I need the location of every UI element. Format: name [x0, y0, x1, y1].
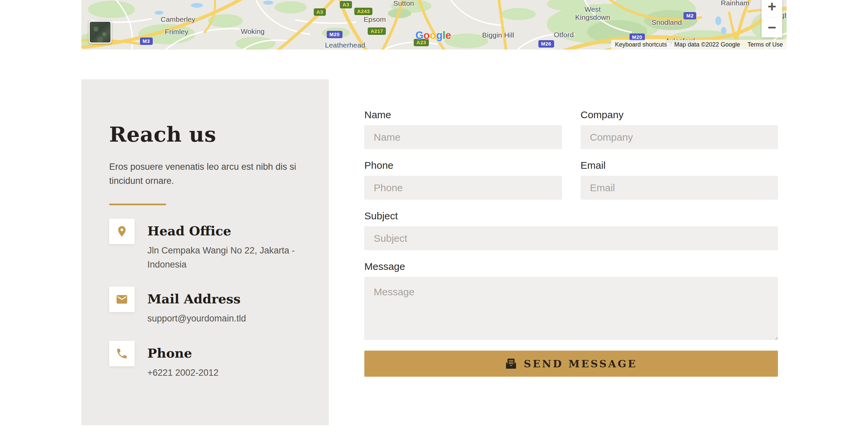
name-label: Name [364, 109, 562, 121]
page-container: Camberley Frimley Woking Sutton Epsom Le… [82, 0, 786, 425]
send-envelope-icon [505, 358, 517, 370]
map-town-label: Leatherhead [325, 41, 365, 49]
map-town-label: Rainham [721, 0, 749, 7]
keyboard-shortcuts-link[interactable]: Keyboard shortcuts [611, 40, 671, 50]
phone-field-group: Phone [364, 160, 562, 199]
google-logo-letter: l [442, 29, 445, 41]
contact-form: Name Company Phone Email Subject [364, 80, 786, 377]
map-data-attribution: Map data ©2022 Google [671, 40, 744, 50]
phone-input[interactable] [364, 176, 562, 199]
google-logo-letter: e [445, 29, 451, 41]
contact-item-phone: Phone +6221 2002-2012 [109, 341, 300, 380]
message-label: Message [364, 261, 778, 272]
contact-item-text: support@yourdomain.tld [147, 312, 300, 326]
map-town-label: West Kingsdown [569, 5, 616, 22]
zoom-out-button[interactable]: − [762, 18, 782, 38]
road-badge: M3 [140, 37, 153, 45]
google-logo-letter: G [415, 29, 423, 41]
company-label: Company [581, 109, 778, 121]
zoom-in-button[interactable]: + [762, 0, 782, 17]
contact-section: Reach us Eros posuere venenatis leo arcu… [82, 80, 786, 425]
reach-us-description: Eros posuere venenatis leo arcu est nibh… [109, 160, 300, 188]
map-town-label: Biggin Hill [482, 31, 515, 39]
map-town-label: Epsom [364, 15, 386, 24]
send-message-label: SEND MESSAGE [524, 358, 637, 370]
map-town-label: Camberley [161, 15, 195, 24]
email-field-group: Email [581, 160, 778, 199]
google-map[interactable]: Camberley Frimley Woking Sutton Epsom Le… [82, 0, 786, 50]
satellite-toggle-thumbnail[interactable] [89, 21, 112, 43]
subject-input[interactable] [364, 226, 778, 250]
location-pin-icon [109, 219, 135, 244]
phone-label: Phone [364, 160, 562, 171]
map-town-label: Woking [241, 28, 265, 35]
name-input[interactable] [364, 125, 562, 149]
terms-of-use-link[interactable]: Terms of Use [744, 40, 786, 50]
contact-item-title: Mail Address [147, 291, 300, 306]
email-label: Email [581, 160, 778, 171]
map-town-label: Frimley [165, 28, 188, 36]
accent-divider [109, 203, 166, 205]
road-badge: M2 [684, 12, 696, 20]
subject-field-group: Subject [364, 210, 778, 250]
road-badge: M26 [538, 40, 554, 48]
road-badge: A3 [314, 8, 326, 16]
email-input[interactable] [581, 176, 778, 199]
road-badge: A243 [354, 8, 372, 15]
subject-label: Subject [364, 210, 778, 222]
contact-item-head-office: Head Office Jln Cempaka Wangi No 22, Jak… [109, 219, 300, 272]
google-logo[interactable]: Google [415, 29, 451, 41]
contact-item-text: +6221 2002-2012 [147, 366, 300, 380]
road-badge: A217 [368, 28, 386, 35]
company-input[interactable] [581, 125, 778, 149]
send-message-button[interactable]: SEND MESSAGE [364, 351, 778, 377]
road-badge: A3 [340, 1, 352, 8]
map-town-label: Otford [554, 31, 574, 39]
contact-item-title: Phone [147, 346, 300, 360]
reach-us-title: Reach us [109, 122, 300, 147]
google-logo-letter: g [436, 29, 442, 41]
map-town-label: Sutton [393, 0, 414, 7]
road-badge: M25 [327, 31, 343, 38]
google-logo-letter: o [430, 29, 436, 41]
envelope-icon [109, 287, 135, 312]
google-logo-letter: o [424, 29, 430, 41]
company-field-group: Company [581, 109, 778, 149]
map-zoom-control: + − [762, 0, 782, 37]
message-field-group: Message [364, 261, 778, 340]
contact-item-mail: Mail Address support@yourdomain.tld [109, 287, 300, 326]
name-field-group: Name [364, 109, 562, 149]
message-textarea[interactable] [364, 277, 778, 340]
contact-item-title: Head Office [147, 223, 300, 239]
reach-us-card: Reach us Eros posuere venenatis leo arcu… [82, 80, 329, 425]
map-town-label: Snodland [652, 19, 682, 27]
phone-icon [109, 341, 135, 366]
contact-item-text: Jln Cempaka Wangi No 22, Jakarta - Indon… [147, 244, 300, 272]
map-attribution-bar: Keyboard shortcuts Map data ©2022 Google… [611, 40, 786, 50]
